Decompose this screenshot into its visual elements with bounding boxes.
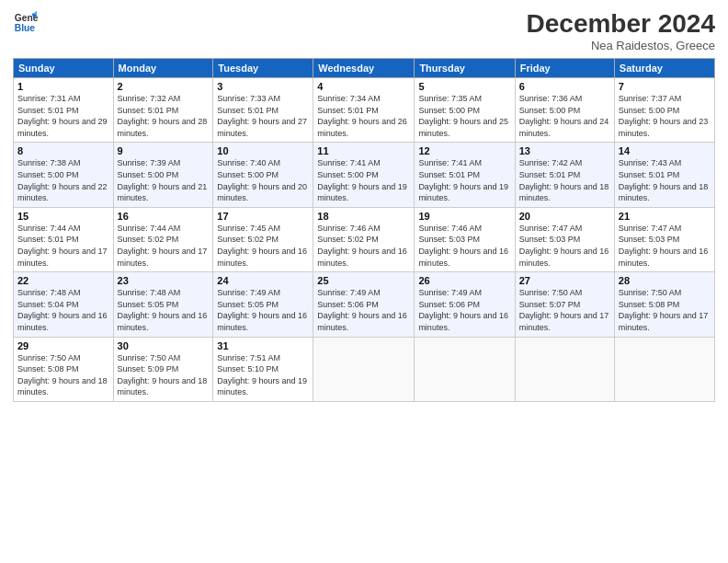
table-row: 26 Sunrise: 7:49 AM Sunset: 5:06 PM Dayl…	[415, 272, 515, 337]
day-info: Sunrise: 7:34 AM Sunset: 5:01 PM Dayligh…	[317, 93, 410, 139]
calendar-header-row: Sunday Monday Tuesday Wednesday Thursday…	[14, 59, 715, 78]
day-number: 8	[17, 145, 109, 156]
day-info: Sunrise: 7:44 AM Sunset: 5:01 PM Dayligh…	[17, 223, 109, 269]
location-subtitle: Nea Raidestos, Greece	[527, 39, 715, 52]
table-row: 16 Sunrise: 7:44 AM Sunset: 5:02 PM Dayl…	[113, 207, 213, 271]
day-info: Sunrise: 7:31 AM Sunset: 5:01 PM Dayligh…	[17, 93, 109, 139]
table-row: 20 Sunrise: 7:47 AM Sunset: 5:03 PM Dayl…	[515, 207, 614, 271]
day-info: Sunrise: 7:45 AM Sunset: 5:02 PM Dayligh…	[217, 223, 309, 269]
day-number: 1	[17, 81, 109, 92]
day-info: Sunrise: 7:39 AM Sunset: 5:00 PM Dayligh…	[118, 157, 210, 203]
day-number: 18	[317, 211, 410, 222]
day-info: Sunrise: 7:49 AM Sunset: 5:06 PM Dayligh…	[317, 287, 410, 333]
day-number: 19	[418, 211, 510, 222]
day-number: 25	[317, 275, 410, 286]
table-row: 1 Sunrise: 7:31 AM Sunset: 5:01 PM Dayli…	[14, 78, 114, 143]
table-row: 30 Sunrise: 7:50 AM Sunset: 5:09 PM Dayl…	[113, 337, 213, 401]
day-number: 27	[519, 275, 610, 286]
table-row: 15 Sunrise: 7:44 AM Sunset: 5:01 PM Dayl…	[14, 207, 114, 271]
day-info: Sunrise: 7:49 AM Sunset: 5:06 PM Dayligh…	[418, 287, 510, 333]
logo-icon: General Blue	[13, 9, 39, 35]
day-info: Sunrise: 7:50 AM Sunset: 5:07 PM Dayligh…	[519, 287, 610, 333]
day-info: Sunrise: 7:37 AM Sunset: 5:00 PM Dayligh…	[619, 93, 711, 139]
day-info: Sunrise: 7:50 AM Sunset: 5:08 PM Dayligh…	[619, 287, 711, 333]
table-row: 21 Sunrise: 7:47 AM Sunset: 5:03 PM Dayl…	[614, 207, 714, 271]
day-number: 28	[619, 275, 711, 286]
table-row: 22 Sunrise: 7:48 AM Sunset: 5:04 PM Dayl…	[14, 272, 114, 337]
day-number: 30	[118, 340, 210, 351]
calendar-table: Sunday Monday Tuesday Wednesday Thursday…	[13, 58, 715, 402]
table-row: 28 Sunrise: 7:50 AM Sunset: 5:08 PM Dayl…	[614, 272, 714, 337]
day-number: 6	[519, 81, 610, 92]
day-number: 23	[118, 275, 210, 286]
table-row	[515, 337, 614, 401]
day-info: Sunrise: 7:46 AM Sunset: 5:02 PM Dayligh…	[317, 223, 410, 269]
table-row: 14 Sunrise: 7:43 AM Sunset: 5:01 PM Dayl…	[614, 143, 714, 207]
day-number: 3	[217, 81, 309, 92]
col-thursday: Thursday	[415, 59, 515, 78]
table-row: 6 Sunrise: 7:36 AM Sunset: 5:00 PM Dayli…	[515, 78, 614, 143]
day-number: 16	[118, 211, 210, 222]
col-saturday: Saturday	[614, 59, 714, 78]
day-number: 26	[418, 275, 510, 286]
day-number: 20	[519, 211, 610, 222]
table-row: 18 Sunrise: 7:46 AM Sunset: 5:02 PM Dayl…	[313, 207, 415, 271]
calendar-week-5: 29 Sunrise: 7:50 AM Sunset: 5:08 PM Dayl…	[14, 337, 715, 401]
table-row	[415, 337, 515, 401]
day-info: Sunrise: 7:41 AM Sunset: 5:00 PM Dayligh…	[317, 157, 410, 203]
calendar-week-4: 22 Sunrise: 7:48 AM Sunset: 5:04 PM Dayl…	[14, 272, 715, 337]
day-info: Sunrise: 7:38 AM Sunset: 5:00 PM Dayligh…	[17, 157, 109, 203]
day-number: 29	[17, 340, 109, 351]
day-number: 9	[118, 145, 210, 156]
table-row: 3 Sunrise: 7:33 AM Sunset: 5:01 PM Dayli…	[213, 78, 313, 143]
table-row: 5 Sunrise: 7:35 AM Sunset: 5:00 PM Dayli…	[415, 78, 515, 143]
day-info: Sunrise: 7:47 AM Sunset: 5:03 PM Dayligh…	[619, 223, 711, 269]
svg-text:Blue: Blue	[15, 23, 36, 33]
calendar-week-2: 8 Sunrise: 7:38 AM Sunset: 5:00 PM Dayli…	[14, 143, 715, 207]
day-info: Sunrise: 7:51 AM Sunset: 5:10 PM Dayligh…	[217, 352, 309, 398]
day-number: 10	[217, 145, 309, 156]
col-wednesday: Wednesday	[313, 59, 415, 78]
col-friday: Friday	[515, 59, 614, 78]
table-row: 27 Sunrise: 7:50 AM Sunset: 5:07 PM Dayl…	[515, 272, 614, 337]
table-row: 9 Sunrise: 7:39 AM Sunset: 5:00 PM Dayli…	[113, 143, 213, 207]
day-info: Sunrise: 7:40 AM Sunset: 5:00 PM Dayligh…	[217, 157, 309, 203]
day-info: Sunrise: 7:44 AM Sunset: 5:02 PM Dayligh…	[118, 223, 210, 269]
day-info: Sunrise: 7:33 AM Sunset: 5:01 PM Dayligh…	[217, 93, 309, 139]
table-row: 11 Sunrise: 7:41 AM Sunset: 5:00 PM Dayl…	[313, 143, 415, 207]
day-number: 15	[17, 211, 109, 222]
day-info: Sunrise: 7:46 AM Sunset: 5:03 PM Dayligh…	[418, 223, 510, 269]
day-info: Sunrise: 7:32 AM Sunset: 5:01 PM Dayligh…	[118, 93, 210, 139]
month-title: December 2024	[527, 9, 715, 39]
table-row: 12 Sunrise: 7:41 AM Sunset: 5:01 PM Dayl…	[415, 143, 515, 207]
day-info: Sunrise: 7:48 AM Sunset: 5:04 PM Dayligh…	[17, 287, 109, 333]
calendar-week-1: 1 Sunrise: 7:31 AM Sunset: 5:01 PM Dayli…	[14, 78, 715, 143]
table-row: 25 Sunrise: 7:49 AM Sunset: 5:06 PM Dayl…	[313, 272, 415, 337]
table-row: 8 Sunrise: 7:38 AM Sunset: 5:00 PM Dayli…	[14, 143, 114, 207]
col-tuesday: Tuesday	[213, 59, 313, 78]
page: General Blue December 2024 Nea Raidestos…	[0, 0, 728, 563]
table-row: 19 Sunrise: 7:46 AM Sunset: 5:03 PM Dayl…	[415, 207, 515, 271]
table-row	[313, 337, 415, 401]
day-info: Sunrise: 7:48 AM Sunset: 5:05 PM Dayligh…	[118, 287, 210, 333]
day-number: 11	[317, 145, 410, 156]
day-info: Sunrise: 7:36 AM Sunset: 5:00 PM Dayligh…	[519, 93, 610, 139]
day-info: Sunrise: 7:41 AM Sunset: 5:01 PM Dayligh…	[418, 157, 510, 203]
table-row: 23 Sunrise: 7:48 AM Sunset: 5:05 PM Dayl…	[113, 272, 213, 337]
day-number: 4	[317, 81, 410, 92]
table-row: 31 Sunrise: 7:51 AM Sunset: 5:10 PM Dayl…	[213, 337, 313, 401]
day-info: Sunrise: 7:35 AM Sunset: 5:00 PM Dayligh…	[418, 93, 510, 139]
table-row: 13 Sunrise: 7:42 AM Sunset: 5:01 PM Dayl…	[515, 143, 614, 207]
table-row: 10 Sunrise: 7:40 AM Sunset: 5:00 PM Dayl…	[213, 143, 313, 207]
day-info: Sunrise: 7:50 AM Sunset: 5:09 PM Dayligh…	[118, 352, 210, 398]
day-info: Sunrise: 7:47 AM Sunset: 5:03 PM Dayligh…	[519, 223, 610, 269]
day-number: 31	[217, 340, 309, 351]
table-row: 7 Sunrise: 7:37 AM Sunset: 5:00 PM Dayli…	[614, 78, 714, 143]
calendar-week-3: 15 Sunrise: 7:44 AM Sunset: 5:01 PM Dayl…	[14, 207, 715, 271]
day-number: 14	[619, 145, 711, 156]
day-number: 5	[418, 81, 510, 92]
day-number: 2	[118, 81, 210, 92]
day-info: Sunrise: 7:42 AM Sunset: 5:01 PM Dayligh…	[519, 157, 610, 203]
table-row	[614, 337, 714, 401]
day-number: 17	[217, 211, 309, 222]
